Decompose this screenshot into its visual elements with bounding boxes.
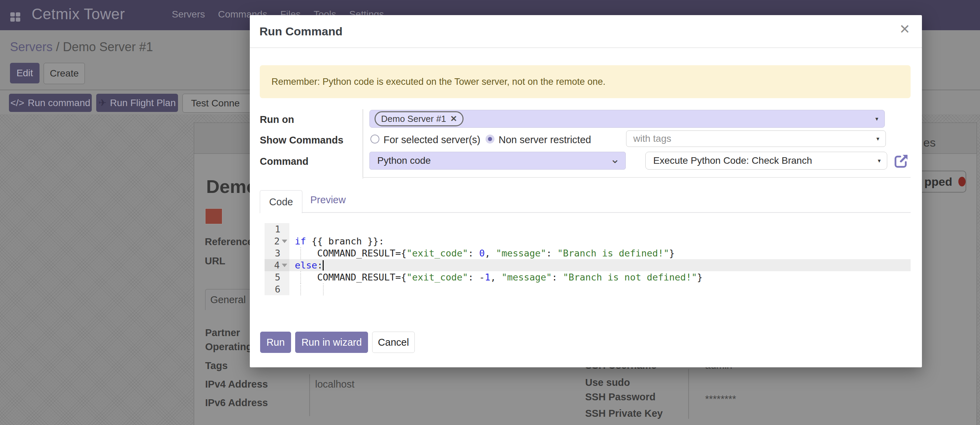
chevron-down-icon[interactable]: ▾: [878, 157, 881, 165]
code-line[interactable]: 1: [264, 223, 911, 235]
info-right-divider: [688, 369, 689, 419]
info-left-divider: [309, 374, 310, 416]
radio-non-server-restricted-label[interactable]: Non server restricted: [499, 134, 591, 146]
status-dot-icon: [958, 177, 966, 186]
url-label: URL: [205, 255, 226, 267]
radio-non-server-restricted[interactable]: [485, 135, 495, 143]
command-type-select[interactable]: Python code ⌄: [369, 152, 626, 170]
cancel-button[interactable]: Cancel: [372, 331, 415, 353]
command-label: Command: [260, 156, 309, 167]
tab-bar-divider: [302, 212, 911, 213]
info-label: Tags: [205, 360, 228, 371]
radio-for-selected-servers-label[interactable]: For selected server(s): [383, 134, 480, 146]
chevron-down-icon[interactable]: ▾: [875, 115, 878, 122]
show-commands-label: Show Commands: [260, 135, 343, 146]
code-line[interactable]: 4else:: [264, 259, 911, 271]
indent-guide: [300, 271, 301, 283]
form-column-separator: [363, 109, 363, 179]
indent-guide: [323, 283, 324, 295]
code-line[interactable]: 6: [264, 283, 911, 295]
info-label: SSH Private Key: [585, 408, 663, 419]
breadcrumb-current: Demo Server #1: [63, 40, 153, 54]
tab-general[interactable]: General: [205, 289, 251, 310]
code-line[interactable]: 2if {{ branch }}:: [264, 235, 911, 247]
server-color-swatch[interactable]: [205, 208, 222, 224]
run-on-select[interactable]: Demo Server #1 ✕ ▾: [369, 110, 885, 128]
modal-header-divider: [250, 48, 922, 48]
apps-grid-icon[interactable]: [10, 13, 21, 22]
indent-guide: [300, 247, 301, 259]
text-cursor: [323, 260, 324, 271]
run-in-wizard-button[interactable]: Run in wizard: [295, 331, 368, 353]
warning-text: Remember: Python code is executed on the…: [272, 76, 605, 87]
nav-item-servers[interactable]: Servers: [172, 9, 205, 20]
ipv4-value: localhost: [315, 379, 354, 390]
card-header-clipped-text: es: [923, 136, 935, 149]
form-row-separator: [363, 177, 911, 178]
line-number[interactable]: 5: [264, 271, 290, 283]
line-number[interactable]: 4: [264, 259, 290, 271]
server-tag[interactable]: Demo Server #1 ✕: [375, 111, 463, 126]
indent-guide: [300, 283, 301, 295]
screen: Cetmix Tower ServersCommandsFilesToolsSe…: [0, 0, 980, 425]
with-tags-placeholder: with tags: [633, 133, 671, 144]
info-label: Partner: [205, 327, 240, 338]
fold-arrow-icon[interactable]: [282, 264, 287, 267]
line-number[interactable]: 1: [264, 223, 290, 235]
run-on-label: Run on: [260, 114, 294, 125]
edit-button[interactable]: Edit: [10, 63, 40, 83]
tab-code[interactable]: Code: [260, 190, 302, 213]
info-label: SSH Password: [585, 391, 655, 403]
plane-icon: ✈: [99, 97, 107, 108]
external-link-icon[interactable]: [893, 153, 909, 170]
brand-title: Cetmix Tower: [32, 5, 125, 23]
breadcrumb: Servers / Demo Server #1: [10, 40, 153, 54]
radio-for-selected-servers[interactable]: [371, 135, 379, 143]
reference-label: Reference: [205, 236, 253, 247]
code-brackets-icon: </>: [10, 97, 24, 108]
run-flight-plan-button[interactable]: ✈ Run Flight Plan: [96, 94, 178, 112]
create-button[interactable]: Create: [44, 63, 85, 84]
with-tags-select[interactable]: with tags ▾: [626, 130, 886, 147]
code-line[interactable]: 5 COMMAND_RESULT={"exit_code": -1, "mess…: [264, 271, 911, 283]
info-label: IPv6 Address: [205, 397, 268, 409]
info-label: Use sudo: [585, 377, 630, 388]
warning-alert: Remember: Python code is executed on the…: [260, 65, 911, 98]
code-editor[interactable]: 12if {{ branch }}:3 COMMAND_RESULT={"exi…: [264, 223, 911, 295]
info-label: Operating: [205, 341, 252, 352]
run-command-button[interactable]: </> Run command: [9, 94, 92, 112]
command-select[interactable]: Execute Python Code: Check Branch ▾: [645, 152, 887, 170]
ssh-password-value: ********: [705, 393, 736, 405]
chevron-down-icon[interactable]: ▾: [876, 135, 879, 143]
code-line[interactable]: 3 COMMAND_RESULT={"exit_code": 0, "messa…: [264, 247, 911, 259]
info-label: IPv4 Address: [205, 379, 268, 390]
line-number[interactable]: 6: [264, 283, 290, 295]
run-button[interactable]: Run: [260, 331, 291, 353]
breadcrumb-separator: /: [52, 40, 63, 54]
tag-remove-icon[interactable]: ✕: [450, 114, 457, 124]
line-number[interactable]: 2: [264, 235, 290, 247]
fold-arrow-icon[interactable]: [282, 239, 287, 243]
modal-title: Run Command: [259, 25, 343, 38]
run-command-modal: Run Command ✕ Remember: Python code is e…: [250, 15, 922, 367]
tab-preview[interactable]: Preview: [310, 194, 346, 206]
breadcrumb-servers-link[interactable]: Servers: [10, 40, 52, 54]
line-number[interactable]: 3: [264, 247, 290, 259]
close-icon[interactable]: ✕: [899, 23, 910, 36]
